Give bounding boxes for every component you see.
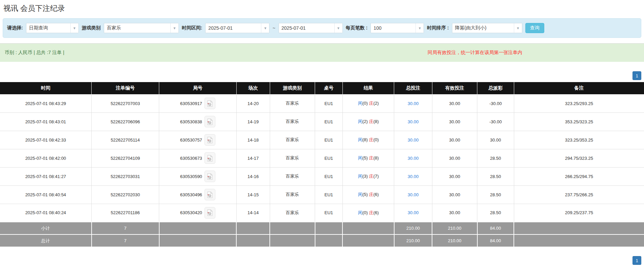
cell-bet-id: 522622701186 [92, 204, 159, 222]
cell-remark: 323.25/353.25 [514, 131, 644, 149]
chevron-down-icon[interactable]: ▼ [170, 23, 178, 33]
cell-remark: 353.25/323.25 [514, 112, 644, 131]
total-bet-link[interactable]: 30.00 [408, 101, 419, 106]
cell-bet-id: 522622704109 [92, 149, 159, 167]
subtotal-count: 7 [92, 222, 159, 234]
date-to-value[interactable]: 2025-07-01 [279, 23, 334, 33]
summary-bar: 币别 : 人民币 | 总共 :7 注单 | 同局有效投注，统一计算在该局第一张注… [0, 43, 644, 62]
bet-records-table: 时间 注单编号 局号 场次 游戏类别 桌号 结果 总投注 有效投注 总派彩 备注… [0, 82, 644, 247]
date-from-picker[interactable]: 2025-07-01 ▼ [205, 23, 269, 33]
cell-table-no: EU1 [315, 112, 343, 131]
result-player-score: (5) [362, 155, 368, 160]
cell-valid-bet: 30.00 [432, 185, 477, 204]
cell-time: 2025-07-01 08:42:00 [0, 149, 92, 167]
total-bet-link[interactable]: 30.00 [408, 137, 419, 143]
cell-game-type: 百家乐 [270, 149, 315, 167]
cell-total-bet: 30.00 [394, 112, 432, 131]
pagination-bottom: 1 [3, 256, 641, 265]
query-type-value[interactable]: 日期查询 [26, 23, 70, 33]
total-bet-link[interactable]: 30.00 [408, 156, 419, 161]
cell-table-no: EU1 [315, 131, 343, 149]
table-row: 2025-07-01 08:43:01 522622706096 6305308… [0, 112, 644, 131]
result-banker-label: 庄 [369, 137, 373, 142]
cell-total-bet: 30.00 [394, 149, 432, 167]
date-range-label: 时间区间: [182, 25, 202, 31]
cell-payout: 28.50 [477, 167, 514, 185]
video-file-icon [207, 191, 213, 198]
chevron-down-icon[interactable]: ▼ [334, 23, 342, 33]
chevron-down-icon[interactable]: ▼ [514, 23, 522, 33]
result-banker-score: (6) [373, 192, 379, 197]
cell-session: 14-15 [236, 185, 270, 204]
table-row: 2025-07-01 08:40:24 522622701186 6305304… [0, 204, 644, 222]
game-type-select[interactable]: 百家乐 ▼ [104, 23, 179, 33]
video-replay-button[interactable] [205, 207, 215, 219]
cell-round: 630530757 [159, 131, 237, 149]
total-total-bet: 210.00 [394, 234, 432, 247]
video-replay-button[interactable] [205, 152, 215, 164]
page-1-button[interactable]: 1 [633, 256, 641, 265]
cell-time: 2025-07-01 08:41:27 [0, 167, 92, 185]
date-from-value[interactable]: 2025-07-01 [206, 23, 261, 33]
cell-table-no: EU1 [315, 167, 343, 185]
result-banker-score: (6) [373, 210, 379, 215]
chevron-down-icon[interactable]: ▼ [415, 23, 424, 33]
cell-game-type: 百家乐 [270, 112, 315, 131]
cell-result: 闲(5) 庄(6) [342, 185, 394, 204]
query-type-select[interactable]: 日期查询 ▼ [26, 23, 79, 33]
cell-total-bet: 30.00 [394, 94, 432, 112]
cell-result: 闲(3) 庄(7) [342, 167, 394, 185]
cell-round: 630530590 [159, 167, 237, 185]
grand-total-row: 总计 7 210.00 210.00 84.00 [0, 234, 644, 247]
result-banker-score: (8) [373, 155, 379, 160]
subtotal-payout: 84.00 [477, 222, 514, 234]
result-player-label: 闲 [358, 155, 362, 160]
subtotal-valid-bet: 210.00 [432, 222, 477, 234]
chevron-down-icon[interactable]: ▼ [261, 23, 269, 33]
cell-payout: -30.00 [477, 94, 514, 112]
video-replay-button[interactable] [205, 189, 215, 200]
cell-round: 630530917 [159, 94, 237, 112]
video-replay-button[interactable] [205, 134, 215, 146]
cell-table-no: EU1 [315, 94, 343, 112]
page-size-value[interactable]: 100 [371, 23, 415, 33]
col-game-type: 游戏类别 [270, 82, 315, 94]
cell-payout: 28.50 [477, 185, 514, 204]
time-sort-value[interactable]: 降冪(由大到小) [452, 23, 514, 33]
page-1-button[interactable]: 1 [633, 71, 641, 80]
video-replay-button[interactable] [205, 116, 215, 127]
cell-bet-id: 522622702030 [92, 185, 159, 204]
video-file-icon [207, 173, 213, 180]
cell-remark: 237.75/266.25 [514, 185, 644, 204]
total-bet-link[interactable]: 30.00 [408, 210, 419, 215]
game-type-label: 游戏类别 [82, 25, 101, 31]
result-player-score: (3) [362, 174, 368, 179]
search-button[interactable]: 查询 [525, 23, 544, 33]
game-type-value[interactable]: 百家乐 [104, 23, 170, 33]
cell-valid-bet: 30.00 [432, 131, 477, 149]
cell-valid-bet: 30.00 [432, 204, 477, 222]
video-replay-button[interactable] [205, 98, 215, 109]
total-count: 7 [92, 234, 159, 247]
col-table-no: 桌号 [315, 82, 343, 94]
result-banker-score: (0) [373, 137, 379, 142]
page-title: 视讯 会员下注纪录 [3, 3, 644, 14]
cell-valid-bet: 30.00 [432, 149, 477, 167]
total-bet-link[interactable]: 30.00 [408, 119, 419, 124]
cell-remark: 323.25/293.25 [514, 94, 644, 112]
video-replay-button[interactable] [205, 171, 215, 182]
time-sort-select[interactable]: 降冪(由大到小) ▼ [452, 23, 522, 33]
chevron-down-icon[interactable]: ▼ [70, 23, 78, 33]
cell-payout: 30.00 [477, 131, 514, 149]
round-number: 630530673 [180, 156, 202, 161]
result-player-score: (5) [362, 192, 368, 197]
cell-bet-id: 522622703031 [92, 167, 159, 185]
result-player-score: (0) [362, 101, 368, 106]
page-size-select[interactable]: 100 ▼ [371, 23, 424, 33]
cell-session: 14-20 [236, 94, 270, 112]
date-to-picker[interactable]: 2025-07-01 ▼ [279, 23, 343, 33]
cell-result: 闲(5) 庄(8) [342, 149, 394, 167]
cell-round: 630530420 [159, 204, 237, 222]
total-bet-link[interactable]: 30.00 [408, 174, 419, 179]
total-bet-link[interactable]: 30.00 [408, 192, 419, 197]
